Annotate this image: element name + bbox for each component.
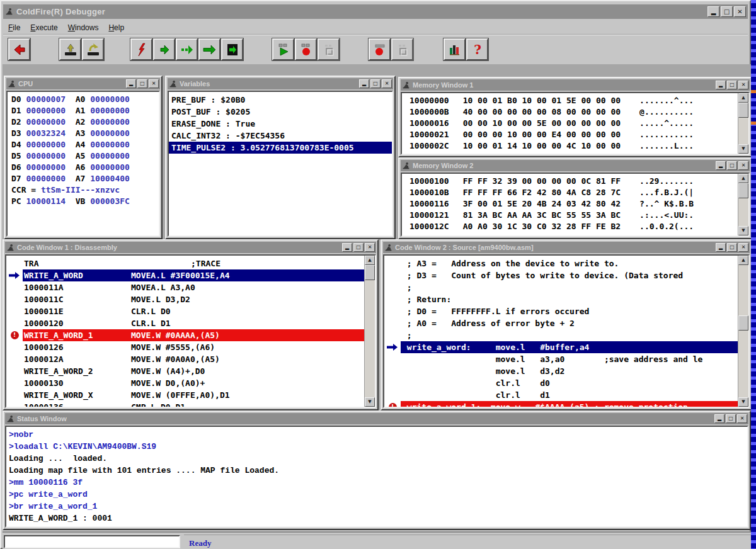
cpu-minimize-button[interactable]: ▂	[126, 79, 136, 88]
app-maximize-button[interactable]: □	[721, 6, 733, 17]
step-over-button[interactable]	[176, 38, 198, 60]
variable-row[interactable]: PRE_BUF : $20B0	[169, 94, 392, 106]
app-minimize-button[interactable]: ▂	[707, 6, 719, 17]
code1-minimize-button[interactable]: ▂	[342, 243, 352, 252]
run-button[interactable]	[198, 38, 220, 60]
code2-titlebar[interactable]: Code Window 2 : Source [am9400bw.asm]▂□✕	[383, 242, 750, 253]
cpu-maximize-button[interactable]: □	[137, 79, 147, 88]
memory-row[interactable]: 1000012181 3A BC AA AA 3C BC 55 55 3A BC…	[402, 210, 738, 221]
menu-windows[interactable]: Windows	[63, 22, 104, 33]
status-minimize-button[interactable]: ▂	[714, 414, 724, 423]
memory2-maximize-button[interactable]: □	[727, 161, 737, 170]
code2-scrollbar[interactable]: ▲▼	[738, 256, 748, 407]
stop-button[interactable]	[369, 38, 391, 60]
memory-row[interactable]: 1000002C10 00 01 14 10 00 00 4C 10 00 00…	[402, 140, 738, 152]
variable-row[interactable]: POST_BUF : $0205	[169, 106, 392, 118]
status-maximize-button[interactable]: □	[726, 414, 736, 423]
memory2-minimize-button[interactable]: ▂	[716, 161, 726, 170]
performance-button[interactable]	[444, 38, 466, 60]
variable-row[interactable]: CALC_INT32 : -$7EC54356	[169, 130, 392, 142]
code2-window-icon[interactable]	[384, 244, 392, 252]
memory1-window-icon[interactable]	[402, 81, 410, 89]
memory1-maximize-button[interactable]: □	[727, 81, 737, 89]
code-row[interactable]: 10000130MOVE.W D0,(A0)+	[6, 377, 364, 389]
memory1-minimize-button[interactable]: ▂	[716, 81, 726, 89]
memory-row[interactable]: 100001163F 00 01 5E 20 4B 24 03 42 80 42…	[402, 198, 738, 210]
reload-program-button[interactable]	[82, 38, 104, 60]
source-row[interactable]: clr.l d0	[384, 377, 738, 389]
cpu-window-icon[interactable]	[8, 80, 16, 88]
status-window-icon[interactable]	[6, 415, 14, 423]
memory2-close-button[interactable]: ✕	[738, 161, 748, 170]
clear-breakpoint-button[interactable]	[318, 38, 340, 60]
cpu-close-button[interactable]: ✕	[149, 79, 159, 88]
memory-row[interactable]: 1000000010 00 01 B0 10 00 01 5E 00 00 00…	[402, 95, 738, 106]
source-row[interactable]: clr.l d1	[384, 389, 738, 401]
source-row[interactable]: write_a_word: move.l #buffer,a4	[384, 341, 738, 353]
code2-scroll-thumb[interactable]	[738, 315, 748, 331]
variables-minimize-button[interactable]: ▂	[359, 79, 369, 88]
code1-scroll-down-button[interactable]: ▼	[365, 397, 375, 407]
code2-close-button[interactable]: ✕	[738, 243, 748, 252]
code-row[interactable]: 10000136CMP.L D0,D1	[6, 401, 364, 407]
menu-file[interactable]: File	[3, 22, 25, 33]
memory2-scrollbar[interactable]: ▲▼	[738, 174, 748, 235]
memory-row[interactable]: 10000100FF FF 32 39 00 00 00 00 0C 81 FF…	[402, 176, 738, 187]
memory1-close-button[interactable]: ✕	[738, 81, 748, 89]
run-to-breakpoint-button[interactable]	[272, 38, 294, 60]
memory1-scrollbar[interactable]: ▲▼	[738, 93, 748, 154]
code-row[interactable]: 1000011CMOVE.L D3,D2	[6, 293, 364, 305]
variables-maximize-button[interactable]: □	[370, 79, 381, 88]
code-row[interactable]: 10000126MOVE.W #5555,(A6)	[6, 341, 364, 353]
code-row[interactable]: WRITE_A_WORD_XMOVE.W (0FFFE,A0),D1	[6, 389, 364, 401]
memory1-scroll-down-button[interactable]: ▼	[738, 144, 748, 154]
source-row[interactable]: ; D3 = Count of bytes to write to device…	[384, 269, 738, 281]
reset-button[interactable]	[130, 38, 152, 60]
code-row[interactable]: 10000120CLR.L D1	[6, 317, 364, 329]
variables-titlebar[interactable]: Variables▂□✕	[168, 78, 393, 89]
variable-row[interactable]: ERASE_DONE : True	[169, 118, 392, 130]
memory-row[interactable]: 1000012CA0 A0 30 1C 30 C0 32 28 FF FE B2…	[402, 221, 738, 232]
variables-window-icon[interactable]	[169, 80, 177, 88]
set-breakpoint-button[interactable]	[295, 38, 317, 60]
memory-row[interactable]: 1000001600 00 10 00 00 5E 00 00 00 00 00…	[402, 118, 738, 129]
status-close-button[interactable]: ✕	[737, 414, 747, 423]
app-titlebar[interactable]: ColdFire(R) Debugger ▂ □ ✕	[3, 4, 748, 19]
code1-maximize-button[interactable]: □	[353, 243, 364, 252]
code1-titlebar[interactable]: Code Window 1 : Disassembly▂□✕	[5, 242, 376, 253]
run-to-button[interactable]	[221, 38, 243, 60]
memory2-window-icon[interactable]	[402, 162, 410, 170]
memory-row[interactable]: 1000002100 00 00 10 00 00 E4 00 00 00 00…	[402, 129, 738, 140]
status-titlebar[interactable]: Status Window▂□✕	[5, 413, 748, 424]
source-row[interactable]: move.l d3,d2	[384, 365, 738, 377]
back-button[interactable]	[8, 38, 30, 60]
step-into-button[interactable]	[153, 38, 175, 60]
source-row[interactable]: ; D0 = FFFFFFFF.L if errors occured	[384, 305, 738, 317]
memory1-titlebar[interactable]: Memory Window 1▂□✕	[401, 79, 750, 91]
code1-scrollbar[interactable]: ▲▼	[364, 256, 375, 407]
code2-scroll-up-button[interactable]: ▲	[738, 256, 748, 265]
memory-row[interactable]: 1000000B40 00 00 00 00 00 08 00 00 00 00…	[402, 106, 738, 118]
memory-row[interactable]: 1000010BFF FF FF 66 F2 42 80 4A C8 28 7C…	[402, 187, 738, 198]
memory2-scroll-up-button[interactable]: ▲	[738, 174, 748, 183]
code-row[interactable]: 1000011AMOVEA.L A3,A0	[6, 281, 364, 293]
app-icon[interactable]	[5, 8, 13, 16]
memory2-scroll-thumb[interactable]	[738, 183, 748, 198]
source-row[interactable]: ;	[384, 281, 738, 293]
code-row[interactable]: WRITE_A_WORD_2MOVE.W (A4)+,D0	[6, 365, 364, 377]
code-row[interactable]: 1000012AMOVE.W #0A0A0,(A5)	[6, 353, 364, 365]
code-row[interactable]: WRITE_A_WORDMOVEA.L #3F00015E,A4	[6, 269, 364, 281]
halt-button[interactable]	[391, 38, 413, 60]
code-row[interactable]: 1000011ECLR.L D0	[6, 305, 364, 317]
code2-scroll-down-button[interactable]: ▼	[738, 397, 748, 407]
code2-maximize-button[interactable]: □	[727, 243, 737, 252]
variables-close-button[interactable]: ✕	[382, 79, 392, 88]
help-button[interactable]: ?	[466, 38, 488, 60]
source-row[interactable]: ;	[384, 329, 738, 341]
memory1-scroll-thumb[interactable]	[738, 103, 748, 118]
code-row[interactable]: TRA;TRACE	[6, 258, 364, 269]
memory1-scroll-up-button[interactable]: ▲	[738, 93, 748, 103]
code1-scroll-thumb[interactable]	[365, 265, 375, 280]
code1-scroll-up-button[interactable]: ▲	[365, 256, 375, 265]
command-input[interactable]	[4, 535, 180, 548]
